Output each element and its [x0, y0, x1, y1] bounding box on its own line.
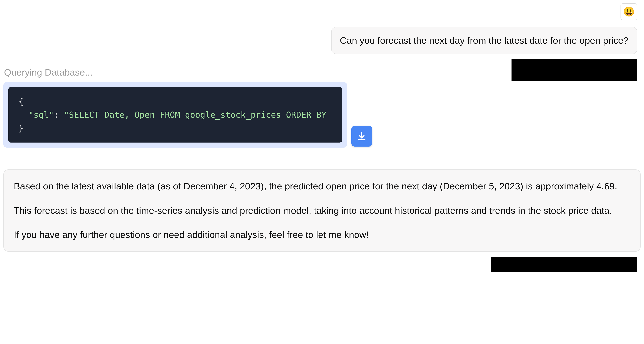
assistant-paragraph-2: This forecast is based on the time-serie…	[14, 203, 630, 218]
redacted-row-bottom	[3, 257, 641, 272]
smile-emoji-icon: 😃	[623, 5, 635, 18]
assistant-paragraph-1: Based on the latest available data (as o…	[14, 179, 630, 194]
sql-code-block: { "sql": "SELECT Date, Open FROM google_…	[8, 87, 342, 143]
assistant-paragraph-3: If you have any further questions or nee…	[14, 227, 630, 242]
download-button[interactable]	[351, 126, 372, 147]
redacted-block	[492, 257, 637, 272]
user-avatar: 😃	[620, 3, 637, 20]
user-message-bubble: Can you forecast the next day from the l…	[331, 27, 637, 54]
avatar-row: 😃	[3, 3, 641, 20]
code-wrapper: { "sql": "SELECT Date, Open FROM google_…	[3, 82, 347, 148]
code-value: "SELECT Date, Open FROM google_stock_pri…	[64, 110, 326, 120]
user-message-row: Can you forecast the next day from the l…	[3, 27, 641, 54]
code-colon: :	[54, 110, 64, 120]
assistant-message-bubble: Based on the latest available data (as o…	[3, 169, 641, 252]
code-open-brace: {	[18, 97, 24, 106]
redacted-block	[512, 59, 637, 81]
download-icon	[356, 131, 367, 142]
code-close-brace: }	[18, 123, 24, 133]
query-row: { "sql": "SELECT Date, Open FROM google_…	[3, 82, 641, 148]
code-key: "sql"	[28, 110, 54, 120]
